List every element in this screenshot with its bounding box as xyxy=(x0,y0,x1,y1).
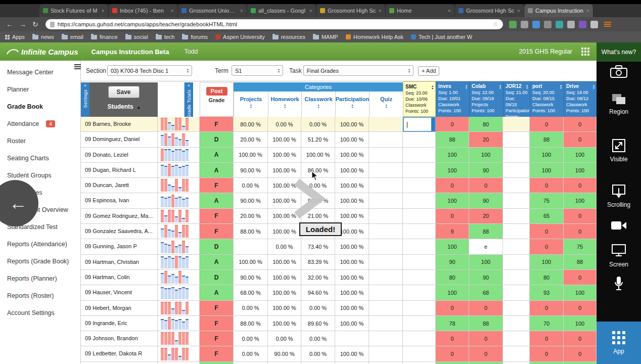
fill-down-icon[interactable] xyxy=(431,118,435,131)
score-cell[interactable]: 0 xyxy=(564,331,597,346)
grade-totals-tab[interactable]: « Grade Totals xyxy=(185,82,193,117)
category-score-cell[interactable]: 80.00 % xyxy=(234,117,268,132)
microphone-icon[interactable] xyxy=(597,276,641,291)
student-name[interactable]: 09 Barnes, Brooke xyxy=(81,117,158,132)
extension-icon[interactable] xyxy=(567,21,575,28)
score-cell[interactable]: 80 xyxy=(436,270,469,285)
category-score-cell[interactable]: 0.00 % xyxy=(301,346,335,361)
score-cell[interactable]: 0 xyxy=(469,331,503,346)
category-score-cell[interactable]: 0.00 % xyxy=(301,331,335,346)
score-cell[interactable]: 0 xyxy=(530,331,564,346)
browser-menu-icon[interactable] xyxy=(604,22,611,27)
score-cell[interactable]: 70 xyxy=(530,316,564,331)
category-score-cell[interactable]: 83.39 % xyxy=(301,255,335,270)
score-cell[interactable] xyxy=(403,178,436,193)
post-grade-cell[interactable]: F xyxy=(200,346,234,361)
score-cell[interactable] xyxy=(530,362,564,364)
bookmark-forums[interactable]: forums xyxy=(182,34,208,40)
sort-icon[interactable]: ▴▾ xyxy=(250,104,252,109)
score-cell[interactable] xyxy=(503,346,530,361)
task-select[interactable]: Final Grades ▴▾ xyxy=(303,65,414,76)
score-cell[interactable]: 0 xyxy=(564,346,597,361)
score-cell[interactable] xyxy=(436,362,469,364)
column-header-quiz[interactable]: Quiz▴▾ xyxy=(369,92,403,117)
score-cell[interactable] xyxy=(403,301,436,316)
assignment-header-jor12[interactable]: JOR12▴▾Seq: 21.00Due: 09/15Participation… xyxy=(503,81,530,117)
score-cell[interactable]: 90 xyxy=(469,270,503,285)
post-grade-cell[interactable]: F xyxy=(200,301,234,316)
sidebar-item-grade-book[interactable]: Grade Book xyxy=(0,98,80,115)
category-score-cell[interactable] xyxy=(369,362,403,364)
category-score-cell[interactable] xyxy=(369,117,403,132)
category-score-cell[interactable]: 100.00 % xyxy=(335,270,369,285)
score-cell[interactable] xyxy=(403,239,436,254)
score-cell[interactable] xyxy=(403,209,436,224)
score-cell[interactable] xyxy=(503,301,530,316)
tab-close-icon[interactable]: × xyxy=(102,8,105,14)
score-cell[interactable] xyxy=(503,209,530,224)
score-cell[interactable]: 0 xyxy=(469,301,503,316)
score-cell[interactable]: 20 xyxy=(469,209,503,224)
bookmark-aspen-university[interactable]: Aspen University xyxy=(215,34,265,40)
sort-icon[interactable]: ▴▾ xyxy=(317,104,319,109)
post-grade-cell[interactable]: D xyxy=(200,270,234,285)
sort-icon[interactable]: ▴▾ xyxy=(593,84,594,89)
category-score-cell[interactable]: 100.00 % xyxy=(234,255,268,270)
post-grade-cell[interactable]: A xyxy=(200,255,234,270)
category-score-cell[interactable] xyxy=(234,362,268,364)
score-cell[interactable]: 88 xyxy=(564,255,597,270)
score-cell[interactable] xyxy=(403,193,436,208)
category-score-cell[interactable]: 100.00 % xyxy=(335,163,369,178)
score-cell[interactable]: 0 xyxy=(564,132,597,147)
score-cell[interactable]: 100 xyxy=(469,148,503,163)
student-name[interactable] xyxy=(81,362,158,364)
category-score-cell[interactable]: 100.00 % xyxy=(268,224,301,239)
sort-icon[interactable]: ▴▾ xyxy=(560,84,562,89)
sidebar-item-account-settings[interactable]: Account Settings xyxy=(0,304,80,322)
score-cell[interactable]: 0 xyxy=(530,301,564,316)
category-score-cell[interactable]: 100.00 % xyxy=(268,255,301,270)
bookmark-homework-help-ask[interactable]: Homework Help Ask xyxy=(346,34,403,40)
sidebar-item-reports-planner[interactable]: Reports (Planner) xyxy=(0,270,80,287)
score-cell[interactable] xyxy=(403,285,436,300)
score-cell[interactable]: 65 xyxy=(530,209,564,224)
category-score-cell[interactable]: 90.00 % xyxy=(268,346,301,361)
category-score-cell[interactable]: 100.00 % xyxy=(335,239,369,254)
sort-icon[interactable]: ▴▾ xyxy=(526,84,528,89)
score-cell[interactable]: 100 xyxy=(564,148,597,163)
category-score-cell[interactable] xyxy=(369,270,403,285)
category-score-cell[interactable]: 0.00 % xyxy=(234,301,268,316)
assignment-header-smc[interactable]: SMC▴▾Seq: 23.00Due: 10/06ClassworkPoints… xyxy=(403,81,436,117)
category-score-cell[interactable] xyxy=(234,239,268,254)
sort-icon[interactable]: ▴▾ xyxy=(432,85,433,90)
student-name[interactable]: 09 Gomez Rodriguez, Ma... xyxy=(81,209,158,224)
sidebar-item-reports-attendance[interactable]: Reports (Attendance) xyxy=(0,236,80,253)
student-name[interactable]: 09 Johnson, Brandon xyxy=(81,331,158,346)
browser-tab[interactable]: Stock Futures of M× xyxy=(39,4,109,17)
category-score-cell[interactable]: 100.00 % xyxy=(335,285,369,300)
score-cell[interactable] xyxy=(503,331,530,346)
category-score-cell[interactable] xyxy=(369,132,403,147)
bookmark-social[interactable]: social xyxy=(125,34,148,40)
score-cell[interactable] xyxy=(503,148,530,163)
tab-close-icon[interactable]: × xyxy=(586,8,589,14)
category-score-cell[interactable]: 100.00 % xyxy=(234,148,268,163)
category-score-cell[interactable]: 100.00 % xyxy=(268,132,301,147)
student-name[interactable]: 09 Gunning, Jason P xyxy=(81,239,158,254)
score-cell[interactable]: 20 xyxy=(469,132,503,147)
category-score-cell[interactable]: 94.60 % xyxy=(301,285,335,300)
category-score-cell[interactable]: 90.00 % xyxy=(234,193,268,208)
category-score-cell[interactable] xyxy=(369,331,403,346)
category-score-cell[interactable]: 88.00 % xyxy=(234,224,268,239)
score-cell[interactable]: 88 xyxy=(469,224,503,239)
score-cell[interactable] xyxy=(503,362,530,364)
tab-close-icon[interactable]: × xyxy=(379,8,382,14)
students-sort[interactable]: Students ▴ xyxy=(89,103,158,110)
score-cell[interactable]: 0 xyxy=(436,178,469,193)
extension-icon[interactable] xyxy=(556,21,563,28)
category-score-cell[interactable]: 100.00 % xyxy=(335,132,369,147)
sidebar-toggle-icon[interactable] xyxy=(74,64,81,69)
score-cell[interactable] xyxy=(403,163,436,178)
score-cell[interactable]: 80 xyxy=(469,117,503,132)
student-name[interactable]: 09 Hebert, Morgan xyxy=(81,301,158,316)
